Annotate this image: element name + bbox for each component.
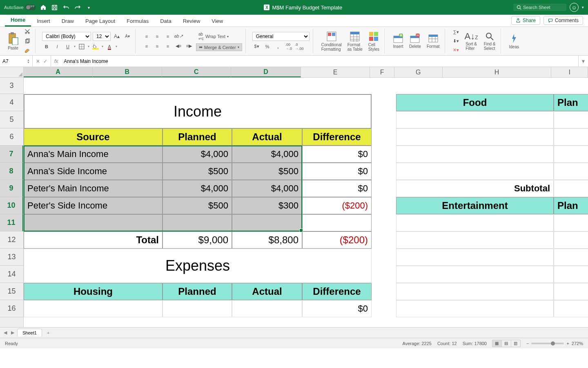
autosum-button[interactable]: ∑▾ — [452, 28, 461, 36]
fill-color-button[interactable] — [91, 43, 100, 51]
align-middle-button[interactable]: ≡ — [153, 32, 162, 40]
fill-button[interactable]: ⬇▾ — [452, 37, 461, 45]
increase-font-button[interactable]: A▴ — [112, 32, 121, 40]
redo-icon[interactable] — [74, 3, 82, 11]
tab-insert[interactable]: Insert — [31, 16, 56, 27]
cell[interactable]: $300 — [232, 197, 302, 214]
cell[interactable] — [554, 283, 588, 300]
cell[interactable]: $4,000 — [232, 180, 302, 197]
paste-button[interactable]: Paste — [6, 31, 20, 51]
cell[interactable] — [554, 180, 588, 197]
cell[interactable]: Total — [24, 231, 163, 249]
cut-button[interactable] — [23, 27, 32, 36]
page-layout-view-button[interactable]: ▤ — [501, 340, 511, 347]
cell[interactable]: $0 — [302, 180, 372, 197]
cell[interactable]: Income — [24, 94, 372, 128]
formula-input[interactable]: Anna's Main Income — [61, 56, 578, 67]
col-header-I[interactable]: I — [551, 67, 588, 77]
cell[interactable] — [396, 214, 554, 231]
cell[interactable]: Food — [396, 94, 554, 111]
row-header-8[interactable]: 8 — [0, 163, 23, 180]
col-header-B[interactable]: B — [93, 67, 162, 77]
tab-data[interactable]: Data — [154, 16, 177, 27]
cell[interactable] — [554, 163, 588, 180]
cell[interactable]: $4,000 — [232, 146, 302, 163]
row-header-5[interactable]: 5 — [0, 111, 23, 128]
cell[interactable]: Peter's Main Income — [24, 180, 163, 197]
row-header-13[interactable]: 13 — [0, 249, 23, 266]
underline-button[interactable]: U — [63, 43, 72, 51]
row-header-6[interactable]: 6 — [0, 128, 23, 146]
row-headers[interactable]: 345678910111213141516 — [0, 78, 24, 327]
share-button[interactable]: Share — [511, 16, 540, 25]
cell[interactable] — [396, 300, 554, 317]
save-icon[interactable] — [51, 3, 59, 11]
currency-button[interactable]: $▾ — [252, 43, 261, 51]
cell[interactable]: Housing — [24, 283, 163, 300]
cell[interactable]: Difference — [302, 283, 372, 300]
cell[interactable] — [396, 266, 554, 283]
align-left-button[interactable]: ≡ — [142, 42, 151, 50]
confirm-formula-icon[interactable]: ✓ — [43, 58, 47, 64]
increase-indent-button[interactable]: ≡▶ — [185, 42, 194, 50]
align-top-button[interactable]: ≡ — [142, 32, 151, 40]
font-family-select[interactable]: Calibri (Body) — [42, 32, 91, 41]
cell[interactable] — [554, 231, 588, 249]
cell[interactable]: $500 — [163, 197, 232, 214]
wrap-text-button[interactable]: ab↵cWrap Text▾ — [196, 31, 242, 42]
increase-decimal-button[interactable]: .00→.0 — [284, 43, 293, 51]
comments-button[interactable]: Comments — [543, 16, 583, 25]
page-break-view-button[interactable]: ▥ — [511, 340, 521, 347]
cancel-formula-icon[interactable]: ✕ — [36, 58, 40, 64]
cell[interactable] — [24, 214, 163, 231]
name-box[interactable]: A7▲▼ — [0, 56, 33, 67]
orientation-button[interactable]: ab↗ — [174, 32, 183, 40]
cell[interactable]: Actual — [232, 283, 302, 300]
cell[interactable] — [396, 146, 554, 163]
quickaccess-more-icon[interactable]: ▾ — [85, 3, 93, 11]
copy-button[interactable] — [23, 37, 32, 45]
cell[interactable]: Anna's Main Income — [24, 146, 163, 163]
cell[interactable]: ($200) — [302, 231, 372, 249]
decrease-font-button[interactable]: A▾ — [123, 32, 132, 40]
cell[interactable] — [302, 214, 372, 231]
cell[interactable]: Plan — [554, 197, 588, 214]
cell[interactable] — [232, 214, 302, 231]
zoom-slider[interactable] — [531, 343, 564, 344]
cell[interactable]: Peter's Side Income — [24, 197, 163, 214]
cell[interactable] — [554, 128, 588, 146]
search-box[interactable]: Search Sheet — [513, 4, 566, 11]
tab-draw[interactable]: Draw — [56, 16, 80, 27]
normal-view-button[interactable]: ▦ — [492, 340, 502, 347]
tab-formulas[interactable]: Formulas — [121, 16, 154, 27]
ideas-button[interactable]: Ideas — [508, 32, 521, 50]
tab-home[interactable]: Home — [5, 14, 31, 27]
tab-view[interactable]: View — [206, 16, 229, 27]
zoom-control[interactable]: − + 272% — [526, 341, 583, 346]
cell[interactable] — [396, 231, 554, 249]
row-header-15[interactable]: 15 — [0, 283, 23, 300]
border-button[interactable] — [77, 43, 86, 51]
cell[interactable]: Difference — [302, 128, 372, 146]
home-icon[interactable] — [39, 3, 47, 11]
zoom-out-button[interactable]: − — [526, 341, 529, 346]
clear-button[interactable]: ✕▾ — [452, 46, 461, 54]
cell[interactable]: $4,000 — [163, 180, 232, 197]
insert-cells-button[interactable]: Insert — [391, 33, 405, 49]
cell[interactable]: Planned — [163, 283, 232, 300]
cell[interactable] — [396, 283, 554, 300]
zoom-in-button[interactable]: + — [566, 341, 569, 346]
cell[interactable]: $0 — [302, 146, 372, 163]
col-header-F[interactable]: F — [370, 67, 394, 77]
row-header-10[interactable]: 10 — [0, 197, 23, 214]
cell[interactable] — [554, 300, 588, 317]
cell[interactable]: Expenses — [24, 249, 372, 283]
row-header-4[interactable]: 4 — [0, 94, 23, 111]
align-right-button[interactable]: ≡ — [163, 42, 172, 50]
sheet-nav-prev[interactable]: ▶ — [10, 330, 16, 335]
col-header-D[interactable]: D — [231, 67, 301, 77]
cell[interactable] — [396, 128, 554, 146]
cell[interactable] — [554, 214, 588, 231]
user-menu-chevron[interactable]: ▾ — [582, 5, 584, 9]
cell[interactable] — [163, 300, 232, 317]
